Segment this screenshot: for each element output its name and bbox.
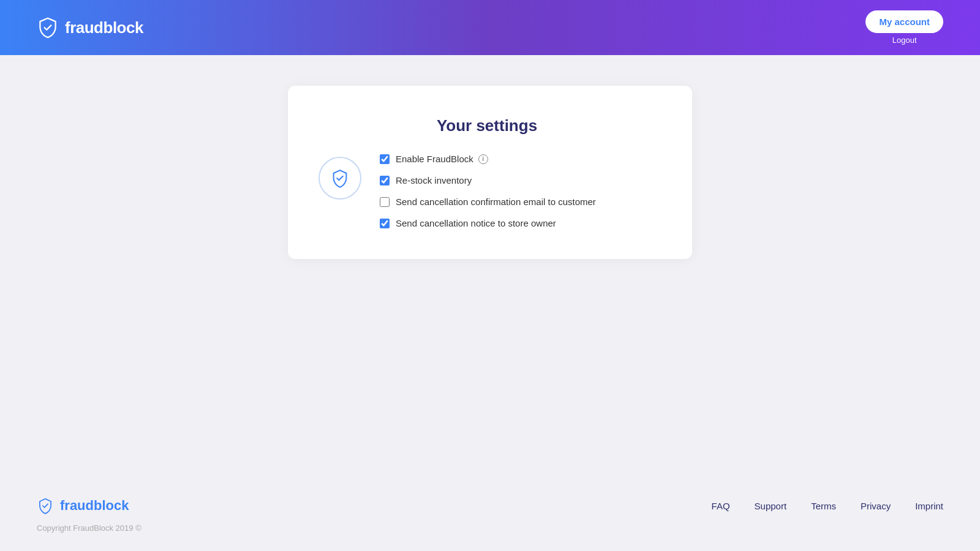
send-cancellation-notice-checkbox[interactable] bbox=[380, 219, 390, 228]
header-logo: fraudblock bbox=[37, 17, 143, 39]
footer-logo-text: fraudblock bbox=[60, 498, 129, 514]
footer-copyright: Copyright FraudBlock 2019 © bbox=[37, 523, 943, 533]
info-icon[interactable]: i bbox=[478, 154, 488, 164]
settings-card: Your settings Enable FraudBlock i bbox=[288, 86, 692, 259]
footer-logo: fraudblock bbox=[37, 497, 129, 514]
shield-logo-icon bbox=[37, 17, 59, 39]
footer: fraudblock FAQ Support Terms Privacy Imp… bbox=[0, 473, 980, 551]
settings-title: Your settings bbox=[318, 116, 655, 135]
checkboxes-container: Enable FraudBlock i Re-stock inventory S… bbox=[380, 154, 596, 228]
checkbox-row-enable-fraudblock: Enable FraudBlock i bbox=[380, 154, 596, 164]
restock-inventory-label: Re-stock inventory bbox=[396, 175, 472, 186]
footer-link-terms[interactable]: Terms bbox=[811, 501, 836, 511]
header-logo-text: fraudblock bbox=[65, 18, 143, 37]
send-cancellation-email-label: Send cancellation confirmation email to … bbox=[396, 197, 596, 207]
footer-link-privacy[interactable]: Privacy bbox=[861, 501, 891, 511]
my-account-button[interactable]: My account bbox=[865, 10, 943, 33]
header: fraudblock My account Logout bbox=[0, 0, 980, 55]
restock-inventory-checkbox[interactable] bbox=[380, 176, 390, 186]
enable-fraudblock-checkbox[interactable] bbox=[380, 154, 390, 164]
checkbox-row-send-cancellation-notice: Send cancellation notice to store owner bbox=[380, 218, 596, 228]
checkbox-row-send-cancellation-email: Send cancellation confirmation email to … bbox=[380, 197, 596, 207]
footer-top: fraudblock FAQ Support Terms Privacy Imp… bbox=[37, 497, 943, 514]
shield-icon bbox=[330, 168, 350, 188]
checkbox-row-restock-inventory: Re-stock inventory bbox=[380, 175, 596, 186]
send-cancellation-email-checkbox[interactable] bbox=[380, 197, 390, 207]
footer-link-support[interactable]: Support bbox=[755, 501, 787, 511]
logout-link[interactable]: Logout bbox=[892, 36, 917, 45]
footer-shield-icon bbox=[37, 497, 54, 514]
footer-link-faq[interactable]: FAQ bbox=[712, 501, 730, 511]
settings-body: Enable FraudBlock i Re-stock inventory S… bbox=[318, 154, 655, 228]
enable-fraudblock-label: Enable FraudBlock i bbox=[396, 154, 488, 164]
send-cancellation-notice-label: Send cancellation notice to store owner bbox=[396, 218, 556, 228]
footer-nav: FAQ Support Terms Privacy Imprint bbox=[712, 501, 943, 511]
header-right: My account Logout bbox=[865, 10, 943, 45]
shield-circle-icon bbox=[318, 157, 361, 200]
footer-link-imprint[interactable]: Imprint bbox=[915, 501, 943, 511]
